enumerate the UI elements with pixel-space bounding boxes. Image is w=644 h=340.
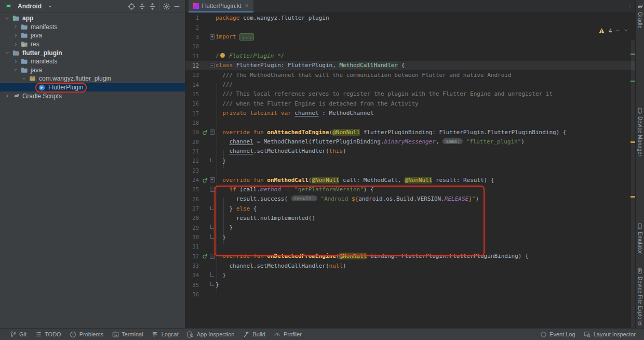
inspection-widget[interactable]: 4 xyxy=(598,27,628,34)
code-line-18[interactable]: 18 xyxy=(185,118,636,127)
code-line-34[interactable]: 34 } xyxy=(185,270,636,280)
tree-item-label: FlutterPlugin xyxy=(48,84,83,91)
settings-icon[interactable] xyxy=(161,2,171,11)
code-line-16[interactable]: 16 /// when the Flutter Engine is detach… xyxy=(185,99,636,108)
code-line-32[interactable]: 32− override fun onDetachedFromEngine(@N… xyxy=(185,252,636,261)
code-line-13[interactable]: 13 /// The MethodChannel that will the c… xyxy=(185,70,636,80)
chevron-right-icon[interactable] xyxy=(11,57,20,66)
tree-item-flutter-plugin[interactable]: flutter_plugin xyxy=(0,48,185,57)
todo-icon xyxy=(35,331,42,338)
chevron-right-icon[interactable] xyxy=(3,92,11,100)
code-line-30[interactable]: 30 } xyxy=(185,232,636,242)
code-line-20[interactable]: 20 channel = MethodChannel(flutterPlugin… xyxy=(185,137,636,146)
tool-window-button-gradle[interactable]: Gradle xyxy=(636,3,644,29)
tool-window-button-device-file-explorer[interactable]: Device File Explorer xyxy=(636,267,644,326)
line-number: 21 xyxy=(185,148,202,154)
code-editor[interactable]: 1package com.wangyz.flutter_plugin23+imp… xyxy=(185,13,636,329)
fold-expand-icon[interactable]: + xyxy=(209,34,216,40)
prev-warning-chevron-icon[interactable] xyxy=(615,28,620,34)
tree-item-res[interactable]: res xyxy=(0,40,185,49)
statusbar-todo[interactable]: TODO xyxy=(35,331,61,338)
line-number: 32 xyxy=(185,253,202,259)
tool-window-button-device-manager[interactable]: Device Manager xyxy=(636,107,644,156)
override-method-icon[interactable] xyxy=(202,129,209,136)
fold-end-icon[interactable] xyxy=(209,283,216,286)
editor-options-kebab-icon[interactable] xyxy=(625,2,633,10)
fold-end-icon[interactable] xyxy=(209,226,216,229)
tree-item-app[interactable]: app xyxy=(0,14,185,23)
chevron-right-icon[interactable] xyxy=(11,40,20,48)
collapse-all-icon[interactable] xyxy=(147,2,157,11)
tree-item-java[interactable]: java xyxy=(0,66,185,75)
override-method-icon[interactable] xyxy=(202,253,209,259)
code-line-10[interactable]: 10 xyxy=(185,42,636,51)
chevron-right-icon[interactable] xyxy=(11,31,20,40)
statusbar-profiler[interactable]: Profiler xyxy=(274,331,302,338)
expand-all-icon[interactable] xyxy=(137,2,147,11)
code-line-12[interactable]: 12−class FlutterPlugin: FlutterPlugin, M… xyxy=(185,61,636,70)
statusbar-build[interactable]: Build xyxy=(243,331,265,338)
tree-item-manifests[interactable]: manifests xyxy=(0,23,185,32)
chevron-down-icon[interactable] xyxy=(3,14,11,22)
code-line-21[interactable]: 21 channel.setMethodCallHandler(this) xyxy=(185,147,636,156)
code-line-11[interactable]: 11/* FlutterPlugin */ xyxy=(185,51,636,60)
code-line-24[interactable]: 24− override fun onMethodCall(@NonNull c… xyxy=(185,175,636,185)
code-line-1[interactable]: 1package com.wangyz.flutter_plugin xyxy=(185,13,636,22)
tool-window-button-emulator[interactable]: Emulator xyxy=(636,223,644,254)
fold-end-icon[interactable] xyxy=(209,236,216,239)
line-number: 3 xyxy=(185,34,202,40)
code-line-14[interactable]: 14 /// xyxy=(185,80,636,89)
code-line-29[interactable]: 29 } xyxy=(185,223,636,232)
code-line-22[interactable]: 22 } xyxy=(185,156,636,165)
code-line-33[interactable]: 33 channel.setMethodCallHandler(null) xyxy=(185,261,636,270)
project-view-selector[interactable]: Android xyxy=(18,3,42,10)
tab-flutterplugin-kt[interactable]: FlutterPlugin.kt × xyxy=(189,0,253,12)
code-line-17[interactable]: 17 private lateinit var channel : Method… xyxy=(185,108,636,117)
dropdown-arrow-icon[interactable] xyxy=(45,2,55,11)
statusbar-problems[interactable]: Problems xyxy=(70,331,103,338)
fold-end-icon[interactable] xyxy=(209,207,216,210)
line-number: 24 xyxy=(185,177,202,183)
fold-end-icon[interactable] xyxy=(209,160,216,162)
code-line-15[interactable]: 15 /// This local reference serves to re… xyxy=(185,89,636,99)
statusbar-layout-inspector[interactable]: Layout Inspector xyxy=(584,331,636,338)
scrollbar-thumb[interactable] xyxy=(631,40,635,329)
statusbar-git[interactable]: Git xyxy=(9,331,26,338)
fold-collapse-icon[interactable]: − xyxy=(209,254,216,259)
code-line-23[interactable]: 23 xyxy=(185,166,636,175)
code-line-19[interactable]: 19− override fun onAttachedToEngine(@Non… xyxy=(185,127,636,137)
line-number: 2 xyxy=(185,24,202,31)
chevron-right-icon[interactable] xyxy=(11,23,20,31)
override-method-icon[interactable] xyxy=(202,177,209,184)
chevron-down-icon[interactable] xyxy=(11,66,20,74)
fold-end-icon[interactable] xyxy=(209,274,216,277)
fold-collapse-icon[interactable]: − xyxy=(209,129,216,135)
fold-collapse-icon[interactable]: − xyxy=(209,177,216,182)
fold-collapse-icon[interactable]: − xyxy=(209,63,216,68)
code-line-27[interactable]: 27 } else { xyxy=(185,204,636,213)
code-line-26[interactable]: 26 result.success( result: "Android ${an… xyxy=(185,194,636,204)
hide-panel-icon[interactable] xyxy=(171,2,182,11)
locate-icon[interactable] xyxy=(126,2,137,11)
code-line-3[interactable]: 3+import ... xyxy=(185,32,636,42)
code-line-36[interactable]: 36 xyxy=(185,290,636,299)
tree-item-manifests[interactable]: manifests xyxy=(0,57,185,66)
chevron-down-icon[interactable] xyxy=(3,49,11,57)
statusbar-logcat[interactable]: Logcat xyxy=(152,331,179,338)
statusbar-terminal[interactable]: Terminal xyxy=(112,331,143,338)
code-line-2[interactable]: 2 xyxy=(185,22,636,32)
tree-item-com-wangyz-flutter-plugin[interactable]: com.wangyz.flutter_plugin xyxy=(0,74,185,83)
chevron-down-icon[interactable] xyxy=(20,74,28,83)
tree-item-flutterplugin[interactable]: FlutterPlugin xyxy=(0,83,185,92)
statusbar-app-inspection[interactable]: App Inspection xyxy=(187,331,235,338)
code-line-28[interactable]: 28 result.notImplemented() xyxy=(185,213,636,223)
tree-item-java[interactable]: java xyxy=(0,31,185,40)
code-line-31[interactable]: 31 xyxy=(185,242,636,251)
code-line-35[interactable]: 35} xyxy=(185,280,636,290)
close-icon[interactable]: × xyxy=(245,2,249,9)
tree-item-gradle-scripts[interactable]: Gradle Scripts xyxy=(0,91,185,100)
next-warning-chevron-icon[interactable] xyxy=(623,28,628,34)
statusbar-event-log[interactable]: Event Log xyxy=(540,331,575,338)
fold-collapse-icon[interactable]: − xyxy=(209,187,216,192)
code-line-25[interactable]: 25− if (call.method == "getPlatformVersi… xyxy=(185,185,636,194)
